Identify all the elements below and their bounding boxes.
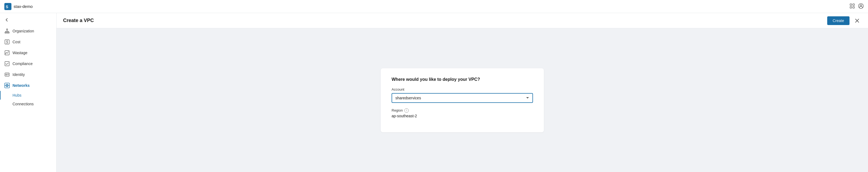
page-title: Create a VPC [63, 18, 94, 23]
sidebar-item-label: Organization [12, 29, 34, 33]
org-icon [4, 28, 10, 34]
svg-rect-3 [853, 4, 855, 5]
sidebar-item-label: Networks [12, 83, 30, 88]
svg-text:S: S [6, 5, 8, 9]
close-icon [855, 18, 860, 23]
svg-rect-4 [850, 6, 852, 8]
grid-icon[interactable] [849, 3, 855, 10]
create-button[interactable]: Create [827, 16, 849, 25]
sidebar-item-label: Wastage [12, 51, 28, 55]
region-field-group: Region i ap-southeast-2 [392, 108, 533, 118]
main-layout: Organization Cost Wastage Compliance [0, 13, 868, 172]
svg-rect-8 [6, 29, 8, 30]
top-bar: S stax-demo [0, 0, 868, 13]
chevron-left-icon [4, 18, 9, 22]
wastage-icon [4, 50, 10, 56]
region-label: Region [392, 108, 403, 112]
top-bar-left: S stax-demo [4, 3, 33, 10]
sidebar-sub-item-label: Hubs [12, 93, 22, 97]
user-icon[interactable] [858, 3, 864, 10]
form-question: Where would you like to deploy your VPC? [392, 77, 533, 82]
sidebar-sub-item-connections[interactable]: Connections [0, 99, 56, 108]
sidebar-item-identity[interactable]: Identity [0, 69, 56, 80]
sidebar-item-label: Compliance [12, 61, 33, 66]
content-body: Where would you like to deploy your VPC?… [57, 28, 868, 172]
sidebar-sub-item-label: Connections [12, 102, 34, 106]
close-button[interactable] [853, 16, 862, 25]
sidebar: Organization Cost Wastage Compliance [0, 13, 57, 172]
content-area: Create a VPC Create Where would you like… [57, 13, 868, 172]
header-actions: Create [827, 16, 862, 25]
sidebar-back-button[interactable] [0, 15, 56, 25]
svg-rect-2 [850, 4, 852, 5]
sidebar-item-compliance[interactable]: Compliance [0, 58, 56, 69]
vpc-form-card: Where would you like to deploy your VPC?… [381, 68, 544, 132]
svg-point-21 [6, 74, 7, 75]
account-label: Account [392, 87, 533, 91]
compliance-icon [4, 61, 10, 66]
sidebar-item-label: Identity [12, 73, 25, 77]
region-info-icon[interactable]: i [404, 108, 409, 113]
sidebar-item-organization[interactable]: Organization [0, 26, 56, 36]
account-field-group: Account sharedservices production stagin… [392, 87, 533, 103]
stax-logo-icon: S [4, 3, 11, 10]
sidebar-sub-item-hubs[interactable]: Hubs [0, 91, 56, 99]
top-bar-right [849, 3, 864, 10]
content-header: Create a VPC Create [57, 13, 868, 28]
sidebar-item-networks[interactable]: Networks [0, 80, 56, 91]
svg-rect-5 [853, 6, 855, 8]
sidebar-item-cost[interactable]: Cost [0, 36, 56, 47]
svg-rect-18 [5, 51, 9, 55]
app-title: stax-demo [13, 4, 33, 9]
account-select[interactable]: sharedservices production staging develo… [392, 93, 533, 103]
region-label-row: Region i [392, 108, 533, 113]
networks-icon [4, 83, 10, 88]
identity-icon [4, 72, 10, 77]
sidebar-item-wastage[interactable]: Wastage [0, 47, 56, 58]
sidebar-item-label: Cost [12, 40, 21, 44]
svg-rect-11 [8, 32, 9, 33]
svg-rect-10 [6, 32, 8, 33]
svg-rect-9 [5, 32, 6, 33]
cost-icon [4, 39, 10, 45]
svg-point-7 [860, 5, 862, 6]
region-value: ap-southeast-2 [392, 114, 533, 118]
